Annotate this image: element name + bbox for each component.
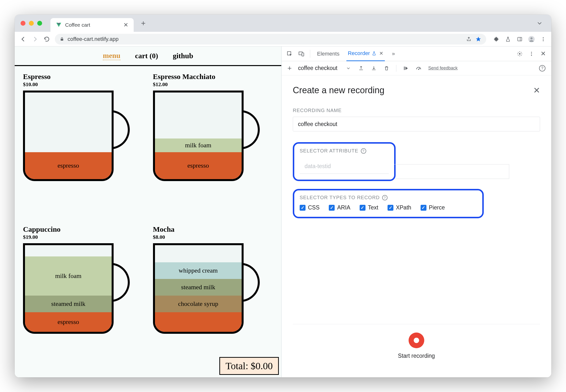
tab-close-icon[interactable]: ✕ <box>123 22 128 28</box>
svg-point-12 <box>531 52 532 53</box>
devtools-menu-icon[interactable] <box>528 51 535 57</box>
inspect-element-icon[interactable] <box>286 51 293 57</box>
layer-whipped: whipped cream <box>155 262 242 279</box>
product-mocha[interactable]: Mocha $8.00 whipped cream steamed milk c… <box>153 225 273 371</box>
tab-title: Coffee cart <box>65 22 120 28</box>
coffee-cart-page: menu cart (0) github Espresso $10.00 esp… <box>15 46 282 377</box>
svg-point-14 <box>531 55 532 56</box>
nav-menu[interactable]: menu <box>103 51 120 60</box>
tabs-dropdown-icon[interactable] <box>536 20 543 27</box>
cart-total[interactable]: Total: $0.00 <box>219 357 279 375</box>
checkbox-pierce[interactable]: ✓Pierce <box>421 204 445 211</box>
checkbox-xpath[interactable]: ✓XPath <box>388 204 411 211</box>
tab-recorder-close-icon[interactable]: ✕ <box>379 50 383 56</box>
recording-name-section: RECORDING NAME <box>293 108 540 131</box>
device-toolbar-icon[interactable] <box>298 51 305 57</box>
dropdown-icon[interactable] <box>345 65 352 71</box>
product-name: Espresso Macchiato <box>153 72 273 81</box>
browser-window: Coffee cart ✕ + coffee-cart.netlify.app <box>15 15 551 377</box>
titlebar: Coffee cart ✕ + <box>15 15 551 32</box>
nav-github[interactable]: github <box>173 52 193 60</box>
share-icon[interactable] <box>466 36 471 42</box>
selector-attribute-input[interactable] <box>300 159 389 174</box>
selector-attribute-highlight: SELECTOR ATTRIBUTE ? <box>293 142 396 181</box>
import-icon[interactable] <box>371 65 377 71</box>
tab-recorder[interactable]: Recorder ✕ <box>346 46 385 61</box>
new-tab-button[interactable]: + <box>141 19 146 28</box>
product-price: $12.00 <box>153 81 273 88</box>
checkbox-text[interactable]: ✓Text <box>360 204 378 211</box>
product-espresso-macchiato[interactable]: Espresso Macchiato $12.00 milk foam espr… <box>153 72 273 218</box>
close-window-button[interactable] <box>21 21 26 26</box>
devtools-settings-icon[interactable] <box>517 51 523 57</box>
maximize-window-button[interactable] <box>37 21 42 26</box>
bookmark-star-icon[interactable] <box>475 36 481 42</box>
more-tabs-icon[interactable]: » <box>390 51 396 57</box>
svg-rect-0 <box>61 39 63 41</box>
svg-rect-1 <box>518 37 522 41</box>
checkbox-css[interactable]: ✓CSS <box>300 204 319 211</box>
product-price: $19.00 <box>23 234 143 240</box>
layer-espresso: espresso <box>25 312 112 332</box>
help-icon[interactable]: ? <box>382 195 388 200</box>
layer-steamed: steamed milk <box>155 279 242 295</box>
product-price: $10.00 <box>23 81 143 88</box>
product-name: Mocha <box>153 225 273 233</box>
svg-point-11 <box>519 53 521 55</box>
chrome-menu-icon[interactable] <box>540 36 546 42</box>
delete-icon[interactable] <box>383 65 390 71</box>
browser-toolbar: coffee-cart.netlify.app <box>15 32 551 46</box>
layer-milkfoam: milk foam <box>25 256 112 295</box>
minimize-window-button[interactable] <box>29 21 34 26</box>
address-bar[interactable]: coffee-cart.netlify.app <box>55 34 486 44</box>
nav-cart[interactable]: cart (0) <box>135 52 158 60</box>
replay-icon[interactable] <box>403 65 409 71</box>
help-icon[interactable]: ? <box>361 148 366 154</box>
product-espresso[interactable]: Espresso $10.00 espresso <box>23 72 143 218</box>
svg-rect-15 <box>404 67 405 70</box>
selector-types-row: ✓CSS ✓ARIA ✓Text ✓XPath ✓Pierce <box>300 204 477 211</box>
url-text: coffee-cart.netlify.app <box>68 36 463 42</box>
performance-icon[interactable] <box>415 65 422 71</box>
content-split: menu cart (0) github Espresso $10.00 esp… <box>15 46 551 377</box>
recording-name-label: RECORDING NAME <box>293 108 540 113</box>
reload-button[interactable] <box>43 35 50 43</box>
tab-elements[interactable]: Elements <box>316 47 341 61</box>
layer-steamed: steamed milk <box>25 295 112 312</box>
svg-point-5 <box>543 37 544 38</box>
profile-avatar-icon[interactable] <box>528 36 535 42</box>
extensions-icon[interactable] <box>493 36 499 42</box>
selector-types-highlight: SELECTOR TYPES TO RECORD ? ✓CSS ✓ARIA ✓T… <box>293 189 484 218</box>
forward-button[interactable] <box>31 35 39 43</box>
start-recording-button[interactable] <box>409 333 424 348</box>
export-icon[interactable] <box>358 65 364 71</box>
svg-point-6 <box>543 39 544 40</box>
svg-point-13 <box>531 53 532 54</box>
back-button[interactable] <box>20 35 27 43</box>
checkbox-aria[interactable]: ✓ARIA <box>329 204 350 211</box>
layer-espresso <box>155 312 242 332</box>
product-cappuccino[interactable]: Cappuccino $19.00 milk foam steamed milk… <box>23 225 143 371</box>
devtools-tabbar: Elements Recorder ✕ » ✕ <box>282 46 551 61</box>
cup-macchiato: milk foam espresso <box>153 91 258 181</box>
help-icon[interactable]: ? <box>539 65 545 71</box>
side-panel-icon[interactable] <box>517 36 523 42</box>
new-recording-button[interactable]: + <box>287 64 292 72</box>
lock-icon <box>60 37 64 41</box>
labs-icon[interactable] <box>505 36 511 42</box>
layer-milkfoam: milk foam <box>155 139 242 152</box>
svg-point-7 <box>543 40 544 41</box>
selector-types-label: SELECTOR TYPES TO RECORD ? <box>300 195 477 200</box>
app-nav: menu cart (0) github <box>15 46 281 66</box>
layer-espresso: espresso <box>155 152 242 179</box>
svg-line-17 <box>419 68 420 69</box>
menu-grid: Espresso $10.00 espresso Espresso Macchi… <box>15 66 281 377</box>
send-feedback-link[interactable]: Send feedback <box>428 66 458 71</box>
browser-tab[interactable]: Coffee cart ✕ <box>50 18 134 32</box>
devtools-close-icon[interactable]: ✕ <box>540 51 546 57</box>
current-flow-name[interactable]: coffee checkout <box>298 65 338 71</box>
layer-espresso: espresso <box>25 152 112 179</box>
recording-name-input[interactable] <box>293 117 540 131</box>
panel-close-icon[interactable]: ✕ <box>533 85 540 95</box>
selector-attribute-label: SELECTOR ATTRIBUTE ? <box>300 148 389 154</box>
